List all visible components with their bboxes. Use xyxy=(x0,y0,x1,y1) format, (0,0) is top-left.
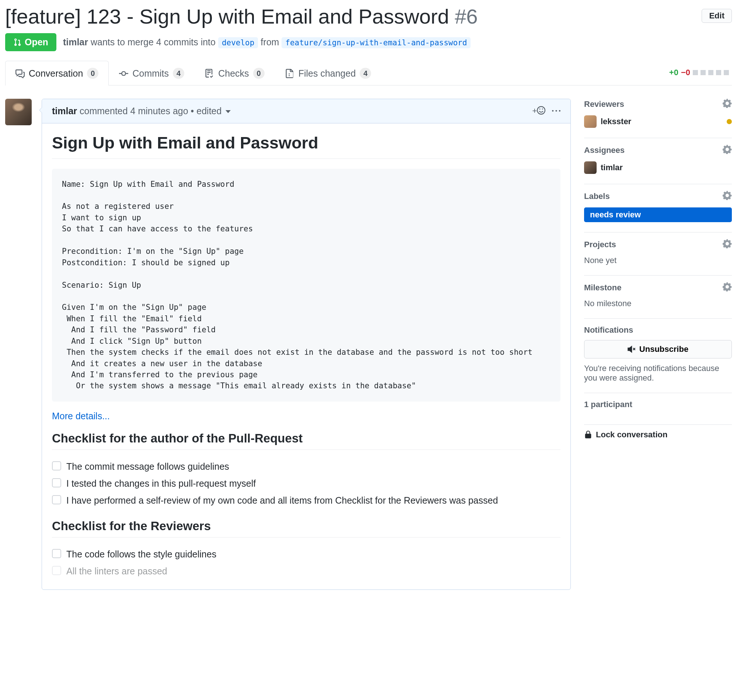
pr-header: [feature] 123 - Sign Up with Email and P… xyxy=(5,5,732,28)
checklist-item: I tested the changes in this pull-reques… xyxy=(52,475,560,492)
state-badge-open: Open xyxy=(5,33,56,51)
diffstat-additions: +0 xyxy=(669,68,678,77)
code-block[interactable]: Name: Sign Up with Email and Password As… xyxy=(52,169,560,401)
timeline: timlar commented 4 minutes ago • edited … xyxy=(42,99,571,590)
smiley-icon xyxy=(537,106,546,115)
tab-files[interactable]: Files changed 4 xyxy=(275,61,382,85)
sidebar-reviewers: Reviewers leksster xyxy=(584,99,732,138)
checklist-author-heading: Checklist for the author of the Pull-Req… xyxy=(52,422,560,450)
gear-icon xyxy=(722,191,732,200)
reviewers-label: Reviewers xyxy=(584,100,624,109)
comment-title: Sign Up with Email and Password xyxy=(52,124,560,159)
diffstat-deletions: −0 xyxy=(681,68,690,77)
author-avatar[interactable] xyxy=(5,99,32,125)
pr-title-text: [feature] 123 - Sign Up with Email and P… xyxy=(5,5,449,28)
labels-gear[interactable] xyxy=(722,191,732,202)
comment-time[interactable]: 4 minutes ago xyxy=(131,106,188,116)
checklist-icon xyxy=(205,69,214,78)
comment-actions: + xyxy=(532,106,560,116)
checklist-item: The commit message follows guidelines xyxy=(52,458,560,475)
diffstat-bar xyxy=(708,70,713,75)
left-column: timlar commented 4 minutes ago • edited … xyxy=(5,99,571,590)
state-text: Open xyxy=(25,37,48,47)
checklist-item: All the linters are passed xyxy=(52,563,560,579)
tab-conversation-count: 0 xyxy=(87,68,99,79)
participants-label: 1 participant xyxy=(584,400,633,409)
checkbox[interactable] xyxy=(52,549,61,558)
milestone-label: Milestone xyxy=(584,283,621,293)
tab-files-count: 4 xyxy=(360,68,371,79)
diffstat-bar xyxy=(724,70,729,75)
sidebar-labels: Labels needs review xyxy=(584,184,732,232)
checkbox[interactable] xyxy=(52,478,61,487)
merge-description: timlar wants to merge 4 commits into dev… xyxy=(63,37,471,47)
tab-commits[interactable]: Commits 4 xyxy=(109,61,194,85)
checkbox[interactable] xyxy=(52,566,61,575)
notifications-label: Notifications xyxy=(584,325,633,335)
sidebar-participants: 1 participant xyxy=(584,393,732,425)
pr-number: #6 xyxy=(455,5,478,28)
caret-down-icon xyxy=(225,110,231,113)
git-commit-icon xyxy=(119,69,128,78)
pr-author[interactable]: timlar xyxy=(63,37,88,47)
label-needs-review[interactable]: needs review xyxy=(584,207,732,222)
edit-button[interactable]: Edit xyxy=(702,9,732,23)
comment-author[interactable]: timlar xyxy=(52,106,77,116)
gear-icon xyxy=(722,145,732,154)
checkbox[interactable] xyxy=(52,495,61,504)
lock-conversation[interactable]: Lock conversation xyxy=(584,425,732,440)
checklist-item: I have performed a self-review of my own… xyxy=(52,492,560,509)
projects-gear[interactable] xyxy=(722,239,732,250)
pr-title: [feature] 123 - Sign Up with Email and P… xyxy=(5,5,478,28)
comment-meta: timlar commented 4 minutes ago • edited xyxy=(52,106,231,116)
add-reaction-button[interactable]: + xyxy=(532,106,546,116)
main-content: timlar commented 4 minutes ago • edited … xyxy=(5,85,732,590)
sidebar-notifications: Notifications Unsubscribe You're receivi… xyxy=(584,319,732,393)
diffstat-bar xyxy=(700,70,706,75)
sidebar-assignees: Assignees timlar xyxy=(584,138,732,184)
assignees-gear[interactable] xyxy=(722,145,732,156)
assignee-avatar xyxy=(584,161,597,174)
reviewer-avatar xyxy=(584,115,597,128)
diffstat-bar xyxy=(693,70,698,75)
tab-commits-count: 4 xyxy=(173,68,184,79)
comment-edited[interactable]: edited xyxy=(196,106,231,116)
reviewer-name: leksster xyxy=(601,117,631,126)
gear-icon xyxy=(722,99,732,108)
notifications-text: You're receiving notifications because y… xyxy=(584,364,732,383)
tab-checks[interactable]: Checks 0 xyxy=(194,61,275,85)
assignee-name: timlar xyxy=(601,163,623,172)
lock-text: Lock conversation xyxy=(596,430,667,440)
tab-conversation-label: Conversation xyxy=(29,68,83,79)
unsubscribe-button[interactable]: Unsubscribe xyxy=(584,340,732,359)
git-pull-request-icon xyxy=(13,38,22,46)
gear-icon xyxy=(722,282,732,291)
base-branch[interactable]: develop xyxy=(218,37,258,48)
milestone-gear[interactable] xyxy=(722,282,732,294)
checklist-reviewers-heading: Checklist for the Reviewers xyxy=(52,509,560,538)
assignees-label: Assignees xyxy=(584,146,625,155)
checkbox[interactable] xyxy=(52,461,61,471)
tab-conversation[interactable]: Conversation 0 xyxy=(5,61,109,85)
comment-discussion-icon xyxy=(15,69,25,78)
mute-icon xyxy=(628,345,635,353)
reviewer-row[interactable]: leksster xyxy=(584,115,732,128)
review-status-pending-icon xyxy=(727,119,732,124)
projects-label: Projects xyxy=(584,240,616,249)
assignee-row[interactable]: timlar xyxy=(584,161,732,174)
reviewers-gear[interactable] xyxy=(722,99,732,110)
tab-checks-count: 0 xyxy=(253,68,265,79)
diffstat-bar xyxy=(716,70,721,75)
labels-label: Labels xyxy=(584,191,610,201)
comment-body: Sign Up with Email and Password Name: Si… xyxy=(42,124,571,590)
file-diff-icon xyxy=(285,69,294,78)
sidebar: Reviewers leksster Assignees timlar xyxy=(584,99,732,590)
tabs-row: Conversation 0 Commits 4 Checks 0 Files … xyxy=(5,60,732,85)
head-branch[interactable]: feature/sign-up-with-email-and-password xyxy=(281,37,471,48)
lock-icon xyxy=(584,431,592,439)
checklist-reviewers: The code follows the style guidelines Al… xyxy=(52,546,560,580)
kebab-menu-button[interactable] xyxy=(552,107,560,115)
more-details-link[interactable]: More details... xyxy=(52,411,110,421)
sidebar-projects: Projects None yet xyxy=(584,232,732,276)
checklist-author: The commit message follows guidelines I … xyxy=(52,458,560,509)
